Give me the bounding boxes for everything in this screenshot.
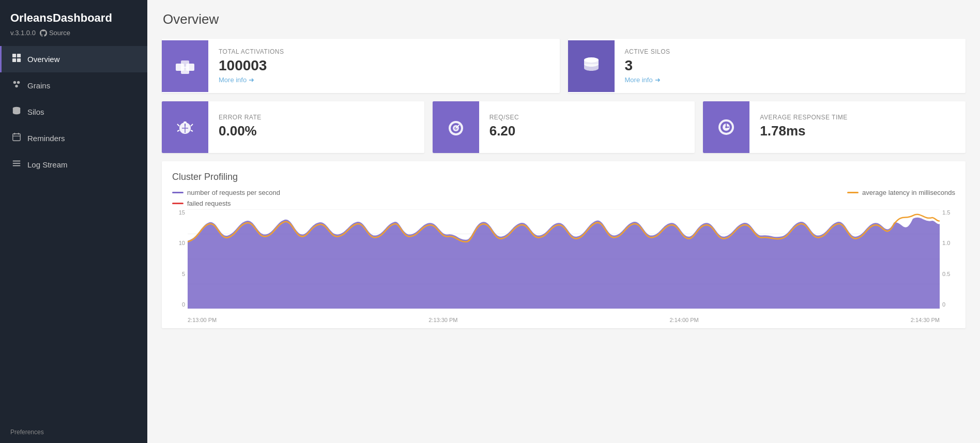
active-silos-more-info[interactable]: More info ➜ — [625, 76, 956, 84]
req-per-sec-icon-box — [433, 101, 479, 153]
preferences-link[interactable]: Preferences — [10, 429, 44, 436]
speedometer-icon — [445, 116, 467, 138]
error-rate-card: ERROR RATE 0.00% — [162, 101, 424, 153]
version-row: v.3.1.0.0 Source — [0, 29, 147, 46]
y-right-min: 0 — [942, 301, 955, 308]
avg-response-content: AVERAGE RESPONSE TIME 1.78ms — [749, 104, 858, 150]
chart-svg — [188, 209, 940, 309]
cubes-icon — [173, 54, 197, 78]
total-activations-value: 100003 — [219, 57, 549, 74]
legend-requests-per-second: number of requests per second — [172, 189, 280, 196]
svg-line-23 — [177, 124, 179, 126]
y-axis-right: 1.5 1.0 0.5 0 — [940, 209, 955, 308]
log-stream-icon — [12, 159, 21, 171]
req-per-sec-value: 6.20 — [489, 123, 519, 139]
nav-reminders[interactable]: Reminders — [0, 125, 147, 151]
total-activations-icon-box — [162, 40, 208, 92]
legend-line-orange — [847, 192, 859, 193]
total-activations-more-info[interactable]: More info ➜ — [219, 76, 549, 84]
nav-overview[interactable]: Overview — [0, 46, 147, 72]
page-header: Overview — [147, 0, 980, 35]
arrow-icon-2: ➜ — [655, 76, 661, 84]
svg-line-24 — [191, 124, 193, 126]
svg-rect-8 — [13, 134, 20, 141]
stats-row-2: ERROR RATE 0.00% REQ/SEC 6.20 — [147, 97, 980, 157]
error-rate-content: ERROR RATE 0.00% — [208, 104, 272, 150]
nav-log-stream-label: Log Stream — [27, 160, 68, 169]
total-activations-content: TOTAL ACTIVATIONS 100003 More info ➜ — [208, 39, 560, 93]
error-rate-value: 0.00% — [219, 123, 262, 139]
main-content: Overview TOTAL ACTIVATIONS 100003 More i… — [147, 0, 980, 443]
svg-rect-21 — [183, 121, 187, 124]
avg-response-value: 1.78ms — [760, 123, 847, 139]
svg-point-6 — [15, 85, 18, 87]
legend-failed-requests: failed requests — [172, 200, 280, 207]
legend-line-purple — [172, 192, 183, 193]
chart-svg-area — [188, 209, 940, 309]
y-right-mid-high: 1.0 — [942, 240, 955, 246]
error-rate-label: ERROR RATE — [219, 114, 262, 121]
active-silos-card: ACTIVE SILOS 3 More info ➜ — [568, 39, 966, 93]
page-title: Overview — [163, 11, 219, 27]
avg-response-label: AVERAGE RESPONSE TIME — [760, 114, 847, 121]
legend-latency-label: average latency in milliseconds — [862, 189, 955, 196]
source-label: Source — [49, 29, 70, 37]
nav-overview-label: Overview — [27, 55, 60, 64]
total-activations-card: TOTAL ACTIVATIONS 100003 More info ➜ — [162, 39, 560, 93]
req-per-sec-content: REQ/SEC 6.20 — [479, 104, 530, 150]
svg-line-25 — [177, 130, 179, 131]
silos-icon — [12, 106, 21, 118]
avg-response-icon-box — [703, 101, 749, 153]
y-left-min: 0 — [172, 301, 185, 308]
svg-rect-18 — [181, 67, 189, 74]
nav-log-stream[interactable]: Log Stream — [0, 151, 147, 178]
brand-title: OrleansDashboard — [0, 0, 147, 29]
avg-response-card: AVERAGE RESPONSE TIME 1.78ms — [703, 101, 966, 153]
svg-line-26 — [191, 130, 193, 131]
nav-silos[interactable]: Silos — [0, 99, 147, 125]
x-axis: 2:13:00 PM 2:13:30 PM 2:14:00 PM 2:14:30… — [188, 309, 940, 323]
nav-reminders-label: Reminders — [27, 134, 65, 143]
svg-point-4 — [13, 81, 16, 84]
clock-icon — [715, 116, 737, 138]
preferences-label: Preferences — [10, 429, 44, 436]
total-activations-label: TOTAL ACTIVATIONS — [219, 48, 549, 55]
x-label-4: 2:14:30 PM — [911, 317, 940, 323]
source-link[interactable]: Source — [40, 29, 70, 37]
sidebar: OrleansDashboard v.3.1.0.0 Source Overvi… — [0, 0, 147, 443]
bug-icon — [175, 117, 195, 138]
version-label: v.3.1.0.0 — [10, 29, 36, 37]
nav-grains-label: Grains — [27, 81, 50, 90]
error-rate-icon-box — [162, 101, 208, 153]
legend-avg-latency: average latency in milliseconds — [847, 189, 955, 196]
x-label-3: 2:14:00 PM — [669, 317, 698, 323]
req-per-sec-card: REQ/SEC 6.20 — [433, 101, 695, 153]
x-label-2: 2:13:30 PM — [428, 317, 457, 323]
arrow-icon: ➜ — [249, 76, 254, 84]
svg-rect-1 — [17, 54, 21, 57]
req-per-sec-label: REQ/SEC — [489, 114, 519, 121]
stats-row-1: TOTAL ACTIVATIONS 100003 More info ➜ ACT… — [147, 35, 980, 97]
svg-rect-3 — [17, 58, 21, 62]
svg-rect-0 — [12, 54, 16, 57]
cluster-profiling-section: Cluster Profiling number of requests per… — [162, 161, 966, 328]
active-silos-label: ACTIVE SILOS — [625, 48, 956, 55]
github-icon — [40, 29, 47, 37]
y-right-mid: 0.5 — [942, 271, 955, 277]
svg-rect-2 — [12, 58, 16, 62]
grains-icon — [12, 80, 21, 91]
active-silos-value: 3 — [625, 57, 956, 74]
legend-line-red — [172, 203, 183, 204]
y-left-max: 15 — [172, 209, 185, 216]
nav-silos-label: Silos — [27, 108, 44, 116]
reminders-icon — [12, 132, 21, 144]
overview-icon — [12, 53, 21, 65]
x-label-1: 2:13:00 PM — [188, 317, 217, 323]
y-left-mid: 5 — [172, 271, 185, 277]
chart-container: 15 10 5 0 1.5 1.0 0.5 0 — [172, 209, 955, 323]
legend-failed-label: failed requests — [187, 200, 231, 207]
legend-requests-label: number of requests per second — [187, 189, 280, 196]
nav-grains[interactable]: Grains — [0, 72, 147, 99]
y-axis-left: 15 10 5 0 — [172, 209, 188, 308]
y-left-mid-high: 10 — [172, 240, 185, 246]
